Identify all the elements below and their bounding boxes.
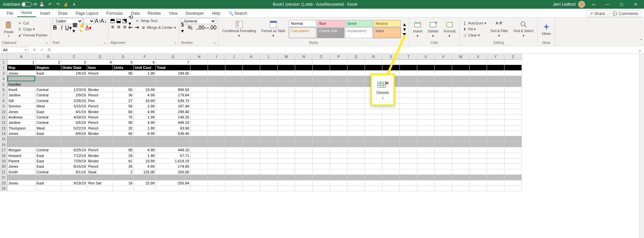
- cell[interactable]: East: [36, 180, 61, 186]
- cell[interactable]: Central: [36, 147, 61, 153]
- cell[interactable]: [365, 175, 382, 180]
- cell[interactable]: [435, 103, 452, 109]
- column-header[interactable]: N: [295, 54, 313, 60]
- sort-filter-button[interactable]: A↓ Sort & Filter ▾: [488, 19, 510, 39]
- cell[interactable]: [452, 103, 470, 109]
- cell[interactable]: 6/25/19: [61, 147, 87, 153]
- fill-button[interactable]: ⬇Fill ▾: [462, 26, 487, 32]
- cell[interactable]: Smith: [7, 169, 36, 175]
- cell[interactable]: [452, 109, 470, 114]
- column-header[interactable]: Y: [487, 54, 504, 60]
- cell[interactable]: [487, 114, 504, 120]
- cell[interactable]: East: [36, 164, 61, 169]
- cell[interactable]: [208, 131, 225, 136]
- cell[interactable]: [278, 164, 295, 169]
- cell[interactable]: [7, 186, 36, 191]
- cell[interactable]: [400, 120, 417, 125]
- cell[interactable]: [113, 186, 134, 191]
- comments-button[interactable]: 💬 Comments: [609, 10, 641, 17]
- cell[interactable]: [504, 147, 522, 153]
- cell[interactable]: [87, 76, 113, 81]
- cell[interactable]: 4.99: [134, 147, 156, 153]
- cell[interactable]: [382, 186, 400, 191]
- cell[interactable]: [225, 169, 243, 175]
- cell[interactable]: [7, 76, 36, 81]
- cell[interactable]: [452, 60, 470, 65]
- cell[interactable]: [313, 65, 330, 70]
- cell[interactable]: Rep: [7, 65, 36, 70]
- cell[interactable]: [260, 142, 278, 147]
- cell[interactable]: [313, 120, 330, 125]
- cell[interactable]: [295, 169, 313, 175]
- cell[interactable]: [330, 87, 347, 92]
- cell[interactable]: Binder: [87, 109, 113, 114]
- cell[interactable]: 19.99: [134, 87, 156, 92]
- cell[interactable]: [347, 131, 365, 136]
- cell[interactable]: [452, 92, 470, 98]
- cell[interactable]: Central: [36, 169, 61, 175]
- cell[interactable]: [470, 186, 487, 191]
- cell[interactable]: 7/12/19: [61, 153, 87, 158]
- column-header[interactable]: A: [7, 54, 36, 60]
- cell[interactable]: [278, 103, 295, 109]
- cell[interactable]: [208, 120, 225, 125]
- cell[interactable]: 299.40: [156, 109, 191, 114]
- row-header[interactable]: 24: [0, 186, 7, 191]
- cell[interactable]: [487, 142, 504, 147]
- cell[interactable]: [470, 103, 487, 109]
- cell[interactable]: [278, 120, 295, 125]
- cell[interactable]: 1.99: [134, 114, 156, 120]
- cell[interactable]: Kandler: [7, 82, 36, 87]
- cell[interactable]: [134, 82, 156, 87]
- row-header[interactable]: 23: [0, 180, 7, 186]
- cell[interactable]: [470, 147, 487, 153]
- cell[interactable]: [330, 109, 347, 114]
- cell[interactable]: [225, 103, 243, 109]
- cell[interactable]: [452, 71, 470, 76]
- cell[interactable]: 2.99: [134, 103, 156, 109]
- cell[interactable]: [330, 180, 347, 186]
- cell[interactable]: [260, 158, 278, 164]
- align-center-icon[interactable]: ≡: [116, 25, 121, 29]
- style-neutral[interactable]: Neutral: [373, 20, 401, 27]
- ribbon-display-icon[interactable]: ▭: [588, 0, 599, 9]
- cell[interactable]: [313, 92, 330, 98]
- cell[interactable]: [504, 136, 522, 142]
- cell[interactable]: [225, 120, 243, 125]
- cell[interactable]: Pencil: [87, 164, 113, 169]
- cell[interactable]: [382, 147, 400, 153]
- formula-input[interactable]: [54, 47, 636, 53]
- cell[interactable]: [400, 175, 417, 180]
- cell[interactable]: [225, 186, 243, 191]
- cell[interactable]: Pencil: [87, 92, 113, 98]
- cell[interactable]: [435, 169, 452, 175]
- cell[interactable]: [400, 82, 417, 87]
- cell[interactable]: [487, 60, 504, 65]
- cell[interactable]: [487, 92, 504, 98]
- column-header[interactable]: C: [61, 54, 87, 60]
- cell[interactable]: Jardine: [7, 120, 36, 125]
- cell[interactable]: [260, 82, 278, 87]
- fx-icon[interactable]: fx: [46, 48, 52, 52]
- cell[interactable]: [87, 186, 113, 191]
- cell[interactable]: [295, 103, 313, 109]
- cell[interactable]: [243, 120, 260, 125]
- cell[interactable]: [504, 87, 522, 92]
- cell[interactable]: Order Date: [61, 65, 87, 70]
- cell[interactable]: [400, 158, 417, 164]
- cell[interactable]: [191, 71, 208, 76]
- cell[interactable]: [452, 153, 470, 158]
- decrease-font-icon[interactable]: A↓: [101, 19, 106, 23]
- paste-button[interactable]: Paste ▾: [2, 20, 15, 39]
- cell[interactable]: [417, 142, 435, 147]
- cell[interactable]: [330, 65, 347, 70]
- cell[interactable]: [313, 82, 330, 87]
- cell[interactable]: 174.65: [156, 164, 191, 169]
- cell[interactable]: [487, 76, 504, 81]
- cell[interactable]: [382, 180, 400, 186]
- cell[interactable]: [400, 87, 417, 92]
- cell[interactable]: [330, 71, 347, 76]
- cell[interactable]: [295, 186, 313, 191]
- cell[interactable]: [435, 186, 452, 191]
- row-header[interactable]: 16: [0, 142, 7, 147]
